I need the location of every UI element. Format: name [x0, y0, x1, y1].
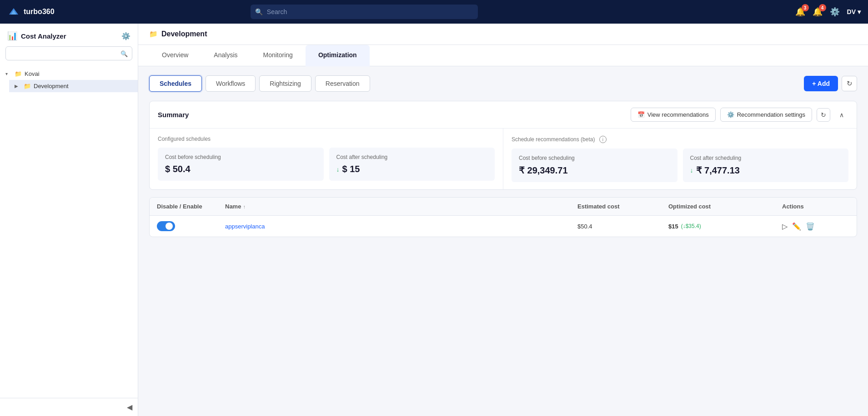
toggle-slider [157, 221, 175, 231]
refresh-button[interactable]: ↻ [842, 76, 857, 91]
chevron-down-icon: ▾ [5, 71, 12, 76]
recommended-cost-before-value: ₹ 29,349.71 [519, 165, 670, 176]
summary-card: Summary 📅 View recommendations ⚙️ Recomm… [149, 101, 857, 190]
sidebar-settings-button[interactable]: ⚙️ [121, 32, 130, 40]
tree-sub: ▶ 📁 Development [0, 80, 138, 92]
sidebar-item-kovai[interactable]: ▾ 📁 Kovai [0, 68, 138, 80]
rec-cost-after-label: Cost after scheduling [690, 155, 842, 161]
chevron-right-icon: ▶ [15, 84, 21, 89]
td-actions: ▷ ✏️ 🗑️ [775, 217, 857, 236]
summary-header: Summary 📅 View recommendations ⚙️ Recomm… [150, 101, 857, 129]
sidebar-collapse-button[interactable]: ◀ [0, 398, 138, 416]
calendar-icon: 📅 [637, 111, 645, 118]
subtab-reservation[interactable]: Reservation [315, 75, 370, 92]
app-name: turbo360 [24, 8, 55, 16]
user-chevron: ▾ [858, 8, 861, 15]
delete-action-button[interactable]: 🗑️ [806, 222, 815, 231]
cost-after-label: Cost after scheduling [336, 154, 488, 160]
inner-content: Schedules Workflows Rightsizing Reservat… [138, 66, 868, 246]
optimized-cost-display: $15 (↓$35.4) [668, 223, 768, 230]
down-arrow-icon: ↓ [690, 167, 693, 174]
subtab-workflows[interactable]: Workflows [206, 75, 256, 92]
edit-action-button[interactable]: ✏️ [792, 222, 801, 231]
alert-badge: 4 [819, 4, 826, 11]
settings-icon: ⚙️ [727, 111, 734, 118]
tab-analysis[interactable]: Analysis [201, 45, 250, 66]
sidebar-item-label: Kovai [25, 70, 132, 77]
td-name[interactable]: appserviplanca [218, 218, 570, 235]
tab-monitoring[interactable]: Monitoring [251, 45, 306, 66]
configured-schedules-section: Configured schedules Cost before schedul… [150, 129, 503, 189]
main-content: 📁 Development Overview Analysis Monitori… [138, 24, 868, 416]
add-button[interactable]: + Add [804, 76, 838, 91]
configured-cost-before-value: $ 50.4 [165, 164, 316, 174]
folder-icon: 📁 [15, 70, 22, 77]
configured-cost-after-value: ↓ $ 15 [336, 164, 488, 174]
tab-overview[interactable]: Overview [149, 45, 201, 66]
sidebar-search-icon: 🔍 [120, 50, 128, 57]
recommended-cost-after-value: ↓ ₹ 7,477.13 [690, 165, 842, 176]
view-recommendations-button[interactable]: 📅 View recommendations [631, 108, 716, 122]
optimized-cost-diff: (↓$35.4) [681, 223, 701, 229]
sidebar: 📊 Cost Analyzer ⚙️ 🔍 ▾ 📁 Kovai ▶ 📁 Dev [0, 24, 138, 416]
schedules-table: Disable / Enable Name ↑ Estimated cost O… [149, 197, 857, 237]
summary-collapse-button[interactable]: ∧ [835, 108, 848, 122]
user-menu[interactable]: DV ▾ [847, 8, 861, 15]
configured-cost-cards: Cost before scheduling $ 50.4 Cost after… [158, 148, 495, 181]
main-tabs: Overview Analysis Monitoring Optimizatio… [138, 45, 868, 66]
search-icon: 🔍 [255, 8, 263, 15]
optimized-cost-main: $15 [668, 223, 678, 230]
sort-icon[interactable]: ↑ [243, 204, 246, 209]
summary-actions: 📅 View recommendations ⚙️ Recommendation… [631, 108, 848, 122]
schedule-recommendations-title: Schedule recommendations (beta) i [512, 136, 848, 143]
sidebar-title: 📊 Cost Analyzer [7, 31, 66, 41]
enable-toggle[interactable] [157, 221, 175, 231]
td-estimated-cost: $50.4 [570, 218, 661, 235]
subtab-rightsizing[interactable]: Rightsizing [259, 75, 311, 92]
sidebar-header: 📊 Cost Analyzer ⚙️ [0, 24, 138, 46]
th-name: Name ↑ [218, 198, 570, 215]
app-logo: turbo360 [7, 5, 89, 18]
user-initials: DV [847, 8, 856, 15]
sidebar-search-input[interactable] [5, 46, 132, 60]
table-row: appserviplanca $50.4 $15 (↓$35.4) ▷ ✏️ 🗑… [150, 216, 857, 237]
table-header: Disable / Enable Name ↑ Estimated cost O… [150, 198, 857, 216]
th-disable-enable: Disable / Enable [150, 198, 218, 215]
tab-optimization[interactable]: Optimization [306, 45, 370, 66]
folder-icon: 📁 [24, 83, 31, 89]
summary-title: Summary [158, 111, 189, 119]
subtab-schedules[interactable]: Schedules [149, 75, 202, 92]
summary-refresh-button[interactable]: ↻ [817, 108, 830, 122]
th-actions: Actions [775, 198, 857, 215]
configured-cost-before-card: Cost before scheduling $ 50.4 [158, 148, 324, 181]
sidebar-title-text: Cost Analyzer [21, 32, 66, 40]
search-bar: 🔍 [251, 5, 478, 19]
down-arrow-icon: ↓ [336, 166, 340, 173]
alerts-button[interactable]: 🔔 4 [813, 7, 823, 17]
th-estimated-cost: Estimated cost [570, 198, 661, 215]
app-layout: 📊 Cost Analyzer ⚙️ 🔍 ▾ 📁 Kovai ▶ 📁 Dev [0, 24, 868, 416]
page-title: Development [161, 30, 207, 38]
page-header: 📁 Development [138, 24, 868, 45]
run-action-button[interactable]: ▷ [782, 222, 788, 231]
rec-cost-before-label: Cost before scheduling [519, 155, 670, 161]
configured-schedules-title: Configured schedules [158, 136, 495, 142]
sidebar-item-label: Development [34, 83, 132, 89]
folder-icon: 📁 [149, 30, 158, 38]
topnav-actions: 🔔 3 🔔 4 ⚙️ DV ▾ [795, 7, 861, 17]
subtabs-row: Schedules Workflows Rightsizing Reservat… [149, 75, 857, 92]
logo-icon [7, 5, 20, 18]
top-navigation: turbo360 🔍 🔔 3 🔔 4 ⚙️ DV ▾ [0, 0, 868, 24]
search-input[interactable] [251, 5, 478, 19]
sidebar-search-area: 🔍 [0, 46, 138, 66]
sidebar-item-development[interactable]: ▶ 📁 Development [9, 80, 138, 92]
info-icon[interactable]: i [599, 136, 607, 143]
notifications-button[interactable]: 🔔 3 [795, 7, 805, 17]
recommended-cost-after-card: Cost after scheduling ↓ ₹ 7,477.13 [683, 149, 849, 182]
recommendation-settings-button[interactable]: ⚙️ Recommendation settings [720, 108, 812, 122]
settings-button[interactable]: ⚙️ [830, 7, 840, 17]
td-toggle [150, 216, 218, 237]
schedule-recommendations-section: Schedule recommendations (beta) i Cost b… [503, 129, 857, 189]
td-optimized-cost: $15 (↓$35.4) [661, 218, 775, 235]
recommended-cost-before-card: Cost before scheduling ₹ 29,349.71 [512, 149, 677, 182]
